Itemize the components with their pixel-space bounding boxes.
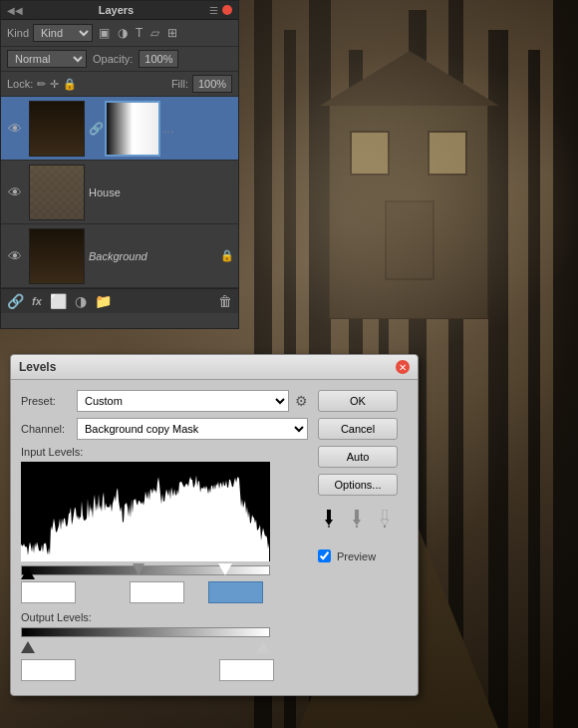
white-eyedropper-icon xyxy=(376,510,394,528)
svg-marker-1 xyxy=(325,520,333,526)
levels-left-panel: Preset: Custom ⚙ Channel: Background cop… xyxy=(21,390,308,685)
layer-thumb-0 xyxy=(29,101,85,157)
shape-icon[interactable]: ▱ xyxy=(148,25,161,41)
layers-panel: ◀◀ Layers ☰ Kind Kind ▣ ◑ T ▱ ⊞ Normal O… xyxy=(0,0,239,329)
layers-title: Layers xyxy=(99,4,134,16)
gear-icon[interactable]: ⚙ xyxy=(295,393,308,409)
channel-select[interactable]: Background copy Mask xyxy=(77,418,308,440)
output-black-slider[interactable] xyxy=(21,641,35,653)
fx-icon[interactable]: fx xyxy=(32,295,42,307)
layers-blending-row: Normal Opacity: xyxy=(1,47,238,72)
layer-thumb-2 xyxy=(29,228,85,284)
levels-body: Preset: Custom ⚙ Channel: Background cop… xyxy=(11,380,418,695)
visibility-icon-2[interactable]: 👁 xyxy=(5,248,25,264)
blend-mode-select[interactable]: Normal xyxy=(7,50,87,68)
preset-row: Preset: Custom ⚙ xyxy=(21,390,308,412)
options-button[interactable]: Options... xyxy=(318,474,398,496)
channel-row: Channel: Background copy Mask xyxy=(21,418,308,440)
panel-menu[interactable]: ☰ xyxy=(209,5,218,16)
preset-select[interactable]: Custom xyxy=(77,390,289,412)
pixel-icon[interactable]: ▣ xyxy=(97,25,112,41)
output-levels-label: Output Levels: xyxy=(21,611,308,623)
auto-button[interactable]: Auto xyxy=(318,446,398,468)
svg-rect-3 xyxy=(355,510,359,520)
smart-icon[interactable]: ⊞ xyxy=(165,25,179,41)
svg-rect-6 xyxy=(383,510,387,520)
kind-label: Kind xyxy=(7,27,29,39)
gamma-input[interactable]: 1.00 xyxy=(130,581,184,603)
layers-bottom-toolbar: 🔗 fx ⬜ ◑ 📁 🗑 xyxy=(1,288,238,313)
visibility-icon-1[interactable]: 👁 xyxy=(5,184,25,200)
output-black-input[interactable]: 0 xyxy=(21,659,76,681)
preview-row: Preview xyxy=(318,549,408,562)
white-eyedropper[interactable] xyxy=(374,508,396,534)
white-input[interactable]: 170 xyxy=(208,581,263,603)
layer-thumb-1 xyxy=(29,165,85,220)
output-gradient xyxy=(21,627,270,637)
svg-rect-0 xyxy=(327,510,331,520)
ok-button[interactable]: OK xyxy=(318,390,398,412)
lock-all-icon[interactable]: 🔒 xyxy=(63,78,77,91)
histogram-area xyxy=(21,462,270,561)
levels-right-panel: OK Cancel Auto Options... xyxy=(318,390,408,685)
chain-icon-0: 🔗 xyxy=(89,122,103,136)
gray-eyedropper[interactable] xyxy=(346,508,368,534)
opacity-input[interactable] xyxy=(139,50,178,68)
black-point-slider[interactable] xyxy=(21,567,35,579)
folder-icon[interactable]: 📁 xyxy=(95,293,112,309)
close-icon[interactable] xyxy=(222,5,232,15)
layer-name-2: Background xyxy=(89,250,220,262)
levels-dialog: Levels ✕ Preset: Custom ⚙ Channel: Backg… xyxy=(10,354,419,696)
black-eyedropper[interactable] xyxy=(318,508,340,534)
input-levels-label: Input Levels: xyxy=(21,446,308,458)
adjustment-icon[interactable]: ◑ xyxy=(116,25,130,41)
levels-close-button[interactable]: ✕ xyxy=(396,360,410,374)
lock-badge-2: 🔒 xyxy=(220,249,234,262)
output-slider-track[interactable] xyxy=(21,641,270,655)
kind-select[interactable]: Kind xyxy=(33,24,93,42)
collapse-arrows[interactable]: ◀◀ xyxy=(7,5,23,16)
input-gradient-bar xyxy=(21,565,270,575)
layer-row-house[interactable]: 👁 House xyxy=(1,161,238,224)
preview-checkbox[interactable] xyxy=(318,549,331,562)
input-slider-track[interactable] xyxy=(21,565,270,577)
lock-move-icon[interactable]: ✛ xyxy=(50,78,59,91)
input-values-row: 0 1.00 170 xyxy=(21,581,308,603)
preview-label: Preview xyxy=(337,550,376,562)
window-controls: ☰ xyxy=(209,5,232,16)
layer-row-bg-copy[interactable]: 👁 🔗 … xyxy=(1,97,238,161)
lock-pixels-icon[interactable]: ✏ xyxy=(37,78,46,91)
delete-icon[interactable]: 🗑 xyxy=(218,293,232,309)
layer-name-1: House xyxy=(89,186,234,198)
adjustment-layer-icon[interactable]: ◑ xyxy=(75,293,87,309)
fill-input[interactable] xyxy=(192,75,232,93)
gamma-slider[interactable] xyxy=(133,563,144,575)
layer-row-background[interactable]: 👁 Background 🔒 xyxy=(1,224,238,288)
layers-lock-row: Lock: ✏ ✛ 🔒 Fill: xyxy=(1,72,238,97)
layer-more-icon-0[interactable]: … xyxy=(162,122,174,136)
channel-label: Channel: xyxy=(21,423,71,435)
titlebar-controls: ◀◀ xyxy=(7,5,23,16)
white-point-slider[interactable] xyxy=(218,563,232,575)
output-values-row: 0 255 xyxy=(21,659,308,681)
eyedropper-row xyxy=(318,508,408,534)
visibility-icon-0[interactable]: 👁 xyxy=(5,121,25,137)
mask-icon[interactable]: ⬜ xyxy=(50,293,67,309)
type-icon[interactable]: T xyxy=(134,25,144,41)
cancel-button[interactable]: Cancel xyxy=(318,418,398,440)
output-white-slider[interactable] xyxy=(256,641,270,653)
black-input[interactable]: 0 xyxy=(21,581,76,603)
black-eyedropper-icon xyxy=(320,510,338,528)
output-white-input[interactable]: 255 xyxy=(219,659,274,681)
preset-label: Preset: xyxy=(21,395,71,407)
opacity-label: Opacity: xyxy=(93,53,133,65)
levels-title: Levels xyxy=(19,360,56,374)
layers-kind-toolbar: Kind Kind ▣ ◑ T ▱ ⊞ xyxy=(1,20,238,47)
link-icon[interactable]: 🔗 xyxy=(7,293,24,309)
histogram-canvas xyxy=(21,462,270,561)
gray-eyedropper-icon xyxy=(348,510,366,528)
svg-marker-4 xyxy=(353,520,361,526)
layers-titlebar: ◀◀ Layers ☰ xyxy=(1,1,238,20)
levels-titlebar: Levels ✕ xyxy=(11,355,418,380)
svg-marker-7 xyxy=(381,520,389,526)
